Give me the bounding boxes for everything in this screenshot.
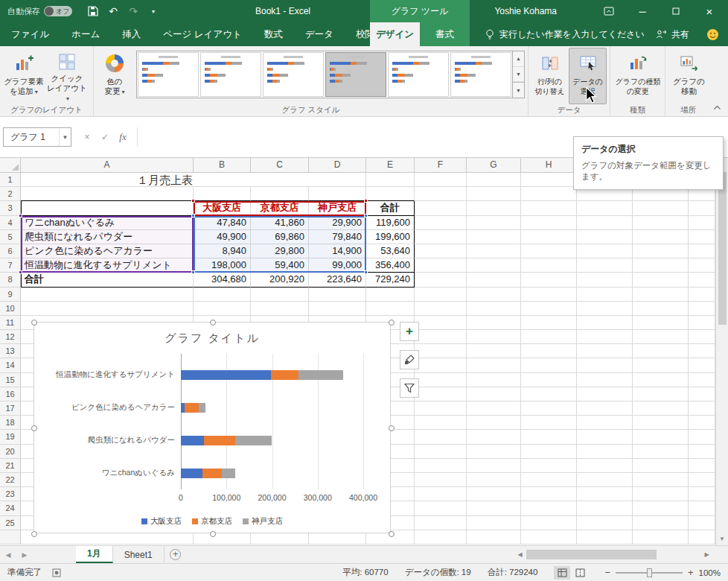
cell[interactable] [633,216,689,230]
cell[interactable] [577,373,633,387]
bar-segment-series-3[interactable] [235,436,272,445]
cell-g11[interactable] [467,316,521,330]
chart-style-thumbnail-6[interactable] [450,52,511,97]
cell-b4[interactable]: 47,840 [194,216,251,230]
zoom-level[interactable]: 100% [699,568,721,577]
cell[interactable] [577,459,633,473]
cell-f18[interactable] [415,416,467,430]
cell-a10[interactable] [21,302,194,316]
cell[interactable] [633,416,689,430]
category-axis-label[interactable]: ワニchanぬいぐるみ [34,468,175,478]
macro-record-icon[interactable] [52,568,61,577]
select-data-button[interactable]: データの選択 [569,48,607,104]
cell-g25[interactable] [467,516,521,530]
cell[interactable] [633,459,689,473]
cell[interactable] [689,230,715,244]
cell-c7[interactable]: 59,400 [251,258,309,273]
bar-segment-series-2[interactable] [271,370,298,380]
row-header-21[interactable]: 21 [0,459,21,473]
cell-b8[interactable]: 304,680 [194,273,251,287]
cell[interactable] [689,216,715,230]
cell[interactable] [689,387,715,401]
cell-h18[interactable] [521,416,577,430]
cell[interactable] [689,416,715,430]
column-header-a[interactable]: A [21,158,194,173]
cell[interactable] [689,516,715,530]
cell-g14[interactable] [467,358,521,372]
cell-h6[interactable] [521,244,577,258]
legend-item[interactable]: 神戸支店 [243,516,283,527]
cell[interactable] [633,330,689,344]
cell-c2[interactable] [251,187,309,201]
cell-f23[interactable] [415,487,467,501]
column-header-g[interactable]: G [467,158,521,173]
row-header-9[interactable]: 9 [0,288,21,302]
cell[interactable] [577,316,633,330]
row-header-13[interactable]: 13 [0,344,21,358]
cell-b2[interactable] [194,187,251,201]
autosave-toggle[interactable]: 自動保存 オフ [7,6,72,17]
cell[interactable] [689,445,715,459]
cell-g5[interactable] [467,230,521,244]
row-header-4[interactable]: 4 [0,216,21,230]
chart-style-thumbnail-5[interactable] [388,52,449,97]
scroll-left-button[interactable]: ◀ [514,548,526,561]
vertical-scroll-track[interactable] [716,325,728,533]
cell-g21[interactable] [467,459,521,473]
cell-h14[interactable] [521,358,577,372]
tab-file[interactable]: ファイル [0,22,60,46]
cell-d7[interactable]: 99,000 [309,258,366,273]
change-colors-button[interactable]: 色の変更▾ [96,48,133,104]
cell-f17[interactable] [415,401,467,416]
horizontal-scroll-thumb[interactable] [526,550,657,559]
cell-h15[interactable] [521,373,577,387]
zoom-out-button[interactable]: − [604,567,610,578]
cell-f20[interactable] [415,445,467,459]
cell[interactable] [633,516,689,530]
chart-elements-button[interactable]: + [400,322,419,341]
vertical-scrollbar[interactable]: ▲ ▼ [715,158,728,545]
change-chart-type-button[interactable]: グラフの種類の変更 [613,48,662,104]
cell-g26[interactable] [467,530,521,545]
cell[interactable] [633,344,689,358]
cell-e4[interactable]: 119,600 [366,216,415,230]
user-name[interactable]: Yoshie Kohama [494,0,557,22]
new-sheet-button[interactable]: + [165,546,187,563]
cell-h9[interactable] [521,288,577,302]
cell-g20[interactable] [467,445,521,459]
cell[interactable] [633,473,689,487]
insert-function-button[interactable]: fx [115,128,131,146]
cell-g12[interactable] [467,330,521,344]
scroll-down-button[interactable]: ▼ [716,533,728,545]
sheet-tab-1[interactable]: 1月 [76,546,113,563]
row-header-11[interactable]: 11 [0,316,21,330]
zoom-slider-thumb[interactable] [647,568,652,577]
chart-resize-handle[interactable] [389,531,395,537]
cell-c5[interactable]: 69,860 [251,230,309,244]
cell-a5[interactable]: 爬虫類になれるパウダー [21,230,194,244]
chart-resize-handle[interactable] [210,531,216,537]
value-axis-label[interactable]: 0 [159,493,203,502]
row-header-15[interactable]: 15 [0,373,21,387]
chart-resize-handle[interactable] [389,320,395,326]
cell-f7[interactable] [415,258,467,273]
ribbon-tab-2[interactable]: 挿入 [111,22,152,46]
cell-a1-merged-title[interactable]: １月売上表 [21,173,309,187]
cell-h20[interactable] [521,445,577,459]
column-header-d[interactable]: D [309,158,366,173]
cell-g24[interactable] [467,501,521,515]
cell-h13[interactable] [521,344,577,358]
cancel-entry-button[interactable]: × [79,128,95,146]
cell[interactable] [633,316,689,330]
value-axis-label[interactable]: 400,000 [341,493,386,502]
cell-c6[interactable]: 29,800 [251,244,309,258]
cell-g19[interactable] [467,430,521,444]
cell-h10[interactable] [521,302,577,316]
cell[interactable] [633,230,689,244]
column-header-b[interactable]: B [194,158,251,173]
cell-a4[interactable]: ワニchanぬいぐるみ [21,216,194,230]
cell-h16[interactable] [521,387,577,401]
cell-b9[interactable] [194,288,251,302]
cell-d10[interactable] [309,302,366,316]
cell-f15[interactable] [415,373,467,387]
